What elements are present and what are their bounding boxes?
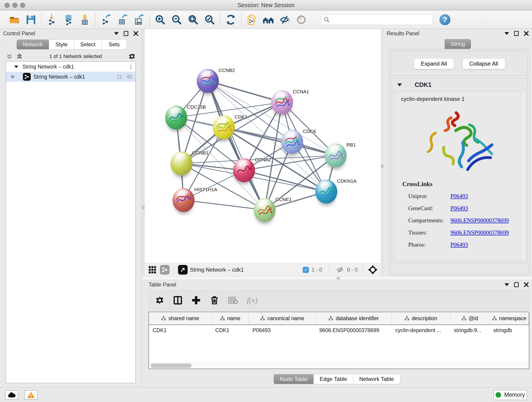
column-header-shared-name[interactable]: shared name <box>149 312 212 325</box>
grid-view-icon[interactable] <box>148 265 157 274</box>
gene-accordion-header[interactable]: CDK1 <box>392 78 527 91</box>
node-CCNE1[interactable] <box>254 198 276 222</box>
table-cell[interactable]: cyclin-dependent ... <box>392 327 450 333</box>
node-RB1[interactable] <box>325 143 347 167</box>
tab-edge-table[interactable]: Edge Table <box>314 374 353 384</box>
apply-layout-button[interactable] <box>224 13 238 27</box>
search-field[interactable] <box>321 14 433 25</box>
cloud-button[interactable] <box>5 390 18 400</box>
delete-column-trash-icon[interactable] <box>210 295 219 305</box>
zoom-in-button[interactable] <box>153 13 167 27</box>
network-canvas[interactable]: CCNB2CCNA1CDC25BCDK1CDC6RB1CCNB1CCNA2CDK… <box>145 29 381 263</box>
tab-network[interactable]: Network <box>17 39 49 50</box>
column-header-database-identifier[interactable]: database identifier <box>316 312 392 325</box>
detach-view-icon[interactable] <box>178 265 188 274</box>
edge-HIST1H1A-CCNE1[interactable] <box>184 200 265 210</box>
collapse-all-button[interactable]: Collapse All <box>462 58 505 69</box>
import-network-button[interactable] <box>45 13 59 27</box>
zoom-out-button[interactable] <box>170 13 184 27</box>
panel-menu-icon[interactable] <box>505 283 509 286</box>
table-cell[interactable]: P06493 <box>249 327 316 333</box>
zoom-selected-button[interactable] <box>203 13 217 27</box>
collapse-all-icon[interactable] <box>6 53 13 60</box>
table-toolbar: f(x) <box>148 290 529 310</box>
help-button[interactable]: ? <box>439 14 450 25</box>
node-CCNA2[interactable] <box>233 158 255 182</box>
crosslink-link[interactable]: 9606.ENSP00000378699 <box>450 217 509 224</box>
table-row[interactable]: CDK1CDK1P064939606.ENSP00000378699cyclin… <box>149 325 529 336</box>
import-table-button[interactable] <box>78 13 92 27</box>
export-table-button[interactable] <box>115 13 130 27</box>
expand-all-icon[interactable] <box>16 53 23 60</box>
table-cell[interactable]: CDK1 <box>149 327 212 333</box>
search-input[interactable] <box>332 17 428 23</box>
close-panel-icon[interactable] <box>524 282 529 287</box>
export-network-button[interactable] <box>99 13 113 27</box>
selected-checkbox-icon[interactable]: ✓ <box>303 267 309 273</box>
tab-style[interactable]: Style <box>49 39 74 50</box>
column-header-@id[interactable]: @id <box>450 312 490 325</box>
node-CDKN1A[interactable] <box>315 180 337 204</box>
crosslink-link[interactable]: 9606.ENSP00000378699 <box>450 230 509 236</box>
left-splitter[interactable] <box>142 29 145 276</box>
crosslink-row: GeneCard:P06493 <box>402 202 525 214</box>
table-horizontal-scrollbar[interactable] <box>149 363 529 369</box>
share-view-icon[interactable] <box>160 265 170 274</box>
network-collection-row[interactable]: String Network – cdk1 1 <box>6 62 135 72</box>
tab-select[interactable]: Select <box>74 39 102 50</box>
results-scrollbar[interactable] <box>522 92 525 261</box>
zoom-fit-button[interactable] <box>186 13 200 27</box>
open-session-button[interactable] <box>7 13 22 27</box>
table-cell[interactable]: stringdb <box>490 327 529 333</box>
warnings-button[interactable] <box>24 390 38 400</box>
tab-string[interactable]: String <box>444 39 471 49</box>
network-options-gear-icon[interactable] <box>128 53 136 60</box>
column-header-canonical-name[interactable]: canonical name <box>249 312 316 325</box>
network-row-selected[interactable]: String Network – cdk1 11 48 <box>6 72 135 82</box>
node-CDK1[interactable] <box>213 115 235 139</box>
collection-disclosure-icon[interactable] <box>14 65 18 68</box>
show-all-button[interactable] <box>294 13 308 27</box>
node-CCNB1[interactable] <box>171 152 192 175</box>
hide-selected-button[interactable] <box>278 13 292 27</box>
crosslink-link[interactable]: P06493 <box>450 193 468 199</box>
close-panel-icon[interactable] <box>133 31 138 36</box>
node-HIST1H1A[interactable] <box>172 188 195 212</box>
expand-all-button[interactable]: Expand All <box>414 58 454 69</box>
node-CDC6[interactable] <box>281 130 303 154</box>
show-columns-icon[interactable] <box>173 295 183 305</box>
node-CDC25B[interactable] <box>165 106 187 129</box>
crosslink-link[interactable]: P06493 <box>450 205 468 211</box>
copy-network-button[interactable] <box>245 13 259 27</box>
accordion-disclosure-icon[interactable] <box>397 83 402 86</box>
memory-button[interactable]: Memory <box>494 390 527 400</box>
column-header-name[interactable]: name <box>212 312 249 325</box>
hidden-eye-icon[interactable] <box>336 266 344 274</box>
save-session-button[interactable] <box>24 13 38 27</box>
tab-network-table[interactable]: Network Table <box>353 374 400 384</box>
panel-menu-icon[interactable] <box>505 32 509 35</box>
float-panel-icon[interactable] <box>124 31 128 36</box>
column-header-description[interactable]: description <box>392 312 450 325</box>
scrollbar-thumb[interactable] <box>151 364 191 368</box>
table-options-gear-icon[interactable] <box>155 296 164 305</box>
column-header-namespace[interactable]: namespace <box>490 312 529 325</box>
import-database-button[interactable] <box>61 13 76 27</box>
birds-eye-crosshair-icon[interactable] <box>368 265 378 274</box>
horizontal-splitter[interactable] <box>142 276 532 280</box>
node-CCNB2[interactable] <box>197 69 219 93</box>
tab-sets[interactable]: Sets <box>102 39 127 50</box>
table-cell[interactable]: 9606.ENSP00000378699 <box>316 327 392 333</box>
table-cell[interactable]: stringdb:9... <box>450 327 490 333</box>
tab-node-table[interactable]: Node Table <box>273 374 314 384</box>
crosslink-link[interactable]: P06493 <box>450 242 468 248</box>
node-CCNA1[interactable] <box>271 90 293 114</box>
float-panel-icon[interactable] <box>514 31 519 36</box>
close-panel-icon[interactable] <box>524 31 529 36</box>
panel-menu-icon[interactable] <box>114 32 119 35</box>
table-cell[interactable]: CDK1 <box>212 327 249 333</box>
first-neighbors-button[interactable] <box>261 13 275 27</box>
add-column-icon[interactable] <box>191 295 201 305</box>
float-panel-icon[interactable] <box>514 282 519 287</box>
export-image-button[interactable] <box>132 13 146 27</box>
